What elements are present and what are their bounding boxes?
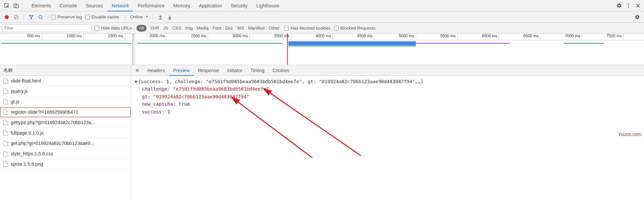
json-row-new-captcha[interactable]: new_captcha: true [135,100,641,108]
filter-type-css[interactable]: CSS [172,26,181,31]
tab-application[interactable]: Application [195,0,226,11]
request-name: jquery.js [11,89,28,94]
tab-memory[interactable]: Memory [169,0,195,11]
file-icon [3,151,8,156]
dtab-preview[interactable]: Preview [169,65,194,76]
timeline-tick: 1000 ms [66,34,83,38]
request-name: sprite.1.5.8.png [11,161,43,167]
request-name: gettype.php?gt=019924a82c70bb123a... [11,120,95,125]
request-row[interactable]: slide-float.html [0,76,131,86]
file-icon [3,141,8,146]
dtab-response[interactable]: Response [194,65,223,76]
json-row-success[interactable]: success: 1 [135,108,641,115]
filter-type-font[interactable]: Font [213,26,221,31]
file-icon [3,99,8,104]
filter-type-ws[interactable]: WS [237,26,244,31]
svg-rect-2 [16,4,18,8]
tab-network[interactable]: Network [107,0,133,11]
tab-console[interactable]: Console [55,0,81,11]
name-column-header[interactable]: 名称 [0,65,131,76]
hide-data-urls-label: Hide data URLs [101,26,132,31]
timeline-tick: 7000 ms [565,34,582,38]
request-row[interactable]: gt.js [0,97,131,107]
clear-icon[interactable] [12,13,20,21]
more-icon[interactable] [624,1,633,10]
dtab-initiator[interactable]: Initiator [223,65,247,76]
timeline-tick: 5500 ms [440,34,457,38]
tab-performance[interactable]: Performance [133,0,169,11]
throttling-select[interactable]: Online [128,14,150,20]
has-blocked-cookies-label: Has blocked cookies [290,26,330,31]
record-icon[interactable] [3,13,11,21]
file-icon [3,78,8,84]
timeline-tick: 5000 ms [399,34,416,38]
toolbar-settings-icon[interactable] [633,13,641,21]
close-details-icon[interactable]: ✕ [133,67,141,73]
upload-har-icon[interactable] [156,13,164,21]
svg-point-4 [628,5,629,6]
json-row-challenge[interactable]: challenge: "e7501f9d085beaa9683bdb581bd4… [135,85,641,93]
close-devtools-icon[interactable] [633,1,643,10]
request-row[interactable]: gettype.php?gt=019924a82c70bb123a... [0,117,131,128]
request-name: style_https.1.5.8.css [11,151,53,156]
filter-toggle-icon[interactable] [27,13,35,21]
download-har-icon[interactable] [166,13,174,21]
watermark: Yuucn.com [618,132,641,137]
timeline-tick: 1500 ms [108,34,125,38]
request-row[interactable]: get.php?gt=019924a82c70bb123aae9... [0,138,131,149]
json-summary-row[interactable]: ▼{success: 1, challenge: "e7501f9d085bea… [135,78,641,85]
filter-type-manifest[interactable]: Manifest [248,26,265,31]
request-list: slide-float.htmljquery.jsgt.jsregister-s… [0,76,131,199]
dtab-cookies[interactable]: Cookies [268,65,293,76]
search-icon[interactable] [37,13,45,21]
json-row-gt[interactable]: gt: "019924a82c70bb123aae90d483087f94" [135,93,641,100]
file-icon [3,89,8,94]
svg-point-8 [39,15,42,18]
filter-type-js[interactable]: JS [163,26,168,31]
filter-type-doc[interactable]: Doc [225,26,233,31]
filter-type-other[interactable]: Other [269,26,280,31]
timeline-overview[interactable]: 500 ms1000 ms1500 ms2000 ms2500 ms3000 m… [0,34,644,65]
file-icon [3,120,8,125]
filter-type-xhr[interactable]: XHR [150,26,159,31]
disable-cache-checkbox[interactable]: Disable cache [85,14,119,19]
tab-security[interactable]: Security [226,0,252,11]
filter-type-img[interactable]: Img [185,26,193,31]
timeline-tick: 6500 ms [523,34,540,38]
request-name: fullpage.9.1.0.js [11,130,44,136]
request-row[interactable]: sprite.1.5.8.png [0,159,131,169]
disable-cache-label: Disable cache [92,14,119,19]
filter-input[interactable] [2,24,92,32]
timeline-tick: 6000 ms [482,34,498,38]
timeline-tick: 4000 ms [316,34,332,38]
svg-point-5 [628,7,629,8]
preview-body: ▼{success: 1, challenge: "e7501f9d085bea… [131,76,644,199]
request-row[interactable]: jquery.js [0,86,131,97]
request-row[interactable]: style_https.1.5.8.css [0,149,131,159]
has-blocked-cookies-checkbox[interactable]: Has blocked cookies [284,26,330,31]
request-name: gt.js [11,99,19,104]
timeline-tick: 3500 ms [274,34,291,38]
preserve-log-label: Preserve log [57,14,82,19]
tab-sources[interactable]: Sources [82,0,107,11]
inspect-icon[interactable] [2,1,11,10]
request-row[interactable]: fullpage.9.1.0.js [0,128,131,138]
expand-triangle-icon[interactable]: ▼ [135,79,137,84]
filter-type-media[interactable]: Media [197,26,208,31]
blocked-requests-checkbox[interactable]: Blocked Requests [334,26,376,31]
device-toggle-icon[interactable] [11,1,21,10]
request-row[interactable]: register-slide?t=1669259906471 [0,107,131,117]
hide-data-urls-checkbox[interactable]: Hide data URLs [95,26,132,31]
request-name: get.php?gt=019924a82c70bb123aae9... [11,141,94,146]
timeline-tick: 7500 ms [606,34,623,38]
timeline-tick: 500 ms [27,34,42,38]
dtab-timing[interactable]: Timing [247,65,269,76]
preserve-log-checkbox[interactable]: Preserve log [51,14,82,19]
settings-icon[interactable] [614,1,624,10]
filter-all-pill[interactable]: All [137,25,147,32]
dtab-headers[interactable]: Headers [143,65,169,76]
request-name: slide-float.html [11,78,41,84]
svg-point-3 [628,3,629,4]
tab-elements[interactable]: Elements [27,0,55,11]
tab-lighthouse[interactable]: Lighthouse [252,0,284,11]
